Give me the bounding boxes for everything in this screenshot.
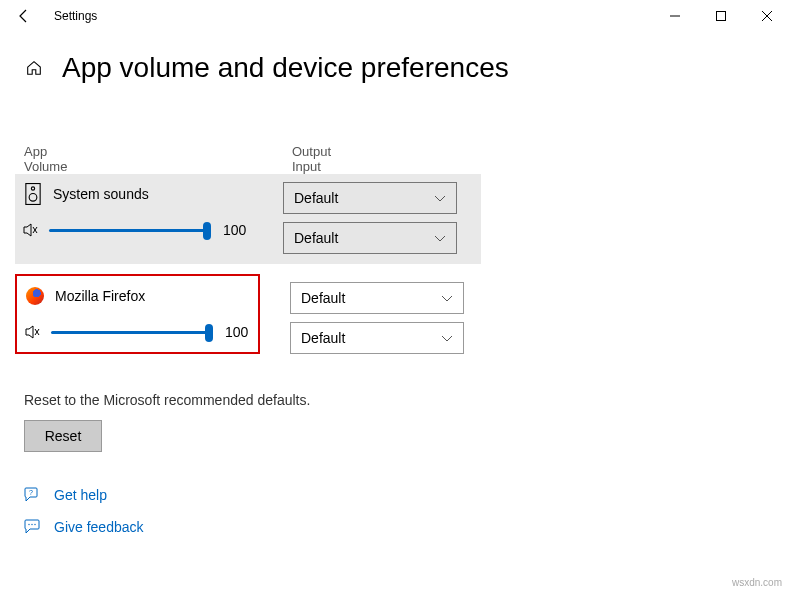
col-app-label: App bbox=[24, 144, 292, 159]
close-button[interactable] bbox=[744, 0, 790, 32]
volume-value: 100 bbox=[225, 324, 248, 340]
col-output-label: Output bbox=[292, 144, 331, 159]
app-name: Mozilla Firefox bbox=[55, 288, 145, 304]
back-button[interactable] bbox=[8, 0, 40, 32]
chevron-down-icon bbox=[434, 190, 446, 206]
get-help-link[interactable]: Get help bbox=[54, 487, 107, 503]
svg-point-7 bbox=[34, 524, 35, 525]
svg-point-2 bbox=[31, 187, 34, 190]
mute-icon[interactable] bbox=[23, 220, 43, 240]
svg-point-5 bbox=[28, 524, 29, 525]
output-dropdown[interactable]: Default bbox=[290, 282, 464, 314]
app-row-firefox: Mozilla Firefox 100 Default Default bbox=[15, 264, 790, 354]
feedback-icon bbox=[24, 518, 42, 536]
footer-links: ? Get help Give feedback bbox=[24, 486, 790, 536]
col-input-label: Input bbox=[292, 159, 331, 174]
mute-icon[interactable] bbox=[25, 322, 45, 342]
volume-value: 100 bbox=[223, 222, 246, 238]
output-value: Default bbox=[301, 290, 345, 306]
input-value: Default bbox=[301, 330, 345, 346]
window-controls bbox=[652, 0, 790, 32]
col-volume-label: Volume bbox=[24, 159, 292, 174]
output-dropdown[interactable]: Default bbox=[283, 182, 457, 214]
chevron-down-icon bbox=[441, 330, 453, 346]
reset-section: Reset to the Microsoft recommended defau… bbox=[24, 392, 790, 452]
reset-button[interactable]: Reset bbox=[24, 420, 102, 452]
input-dropdown[interactable]: Default bbox=[290, 322, 464, 354]
help-icon: ? bbox=[24, 486, 42, 504]
app-row-system-sounds: System sounds 100 Default Default bbox=[15, 174, 481, 264]
input-value: Default bbox=[294, 230, 338, 246]
chevron-down-icon bbox=[441, 290, 453, 306]
window-title: Settings bbox=[54, 9, 97, 23]
app-name: System sounds bbox=[53, 186, 149, 202]
svg-text:?: ? bbox=[29, 489, 33, 496]
column-headers: App Volume Output Input bbox=[24, 144, 790, 174]
reset-description: Reset to the Microsoft recommended defau… bbox=[24, 392, 790, 408]
output-value: Default bbox=[294, 190, 338, 206]
firefox-icon bbox=[25, 286, 45, 306]
minimize-button[interactable] bbox=[652, 0, 698, 32]
home-icon[interactable] bbox=[24, 58, 44, 78]
titlebar: Settings bbox=[0, 0, 790, 32]
page-title: App volume and device preferences bbox=[62, 52, 509, 84]
page-header: App volume and device preferences bbox=[0, 32, 790, 84]
volume-slider[interactable] bbox=[49, 220, 209, 240]
svg-rect-0 bbox=[717, 12, 726, 21]
maximize-button[interactable] bbox=[698, 0, 744, 32]
volume-slider[interactable] bbox=[51, 322, 211, 342]
speaker-device-icon bbox=[23, 184, 43, 204]
svg-point-6 bbox=[31, 524, 32, 525]
svg-point-3 bbox=[29, 193, 37, 201]
chevron-down-icon bbox=[434, 230, 446, 246]
give-feedback-link[interactable]: Give feedback bbox=[54, 519, 144, 535]
watermark: wsxdn.com bbox=[732, 577, 782, 588]
input-dropdown[interactable]: Default bbox=[283, 222, 457, 254]
